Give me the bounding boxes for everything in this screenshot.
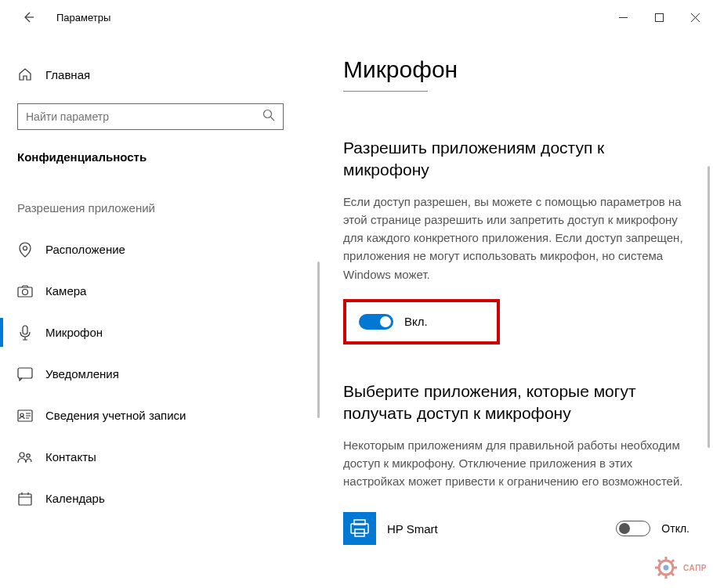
- sidebar-item-contacts[interactable]: Контакты: [0, 436, 321, 478]
- sidebar-subsection: Разрешения приложений: [17, 201, 321, 215]
- sidebar-item-calendar[interactable]: Календарь: [0, 478, 321, 519]
- sidebar-item-label: Сведения учетной записи: [45, 409, 186, 422]
- section1-body: Если доступ разрешен, вы можете с помощь…: [343, 193, 689, 283]
- svg-point-1: [264, 110, 272, 118]
- search-icon: [262, 109, 275, 124]
- window-title: Параметры: [56, 12, 110, 23]
- svg-point-8: [20, 413, 24, 417]
- minimize-button[interactable]: [605, 5, 641, 30]
- section2-body: Некоторым приложениям для правильной раб…: [343, 436, 689, 491]
- nav-home[interactable]: Главная: [17, 58, 321, 91]
- home-icon: [17, 67, 33, 81]
- sidebar-item-label: Расположение: [45, 243, 125, 256]
- close-icon: [691, 13, 700, 22]
- watermark: САПР: [652, 554, 707, 582]
- sidebar-item-notifications[interactable]: Уведомления: [0, 353, 321, 395]
- watermark-text: САПР: [683, 564, 707, 572]
- app-row: HP Smart Откл.: [343, 512, 689, 545]
- window-controls: [605, 5, 713, 30]
- hp-smart-icon: [343, 512, 376, 545]
- svg-point-4: [23, 289, 28, 294]
- app-name: HP Smart: [387, 522, 605, 536]
- sidebar-item-label: Уведомления: [45, 367, 119, 381]
- main-scrollbar[interactable]: [708, 166, 710, 448]
- sidebar: Главная Конфиденциальность Разрешения пр…: [0, 34, 321, 588]
- search-box[interactable]: [17, 103, 284, 130]
- account-info-icon: [17, 409, 33, 422]
- titlebar: Параметры: [0, 0, 713, 34]
- svg-point-9: [20, 453, 24, 457]
- sidebar-scrollbar[interactable]: [317, 262, 320, 418]
- sidebar-item-label: Контакты: [45, 450, 96, 464]
- svg-rect-0: [655, 13, 663, 21]
- maximize-button[interactable]: [641, 5, 677, 30]
- toggle-knob: [619, 523, 630, 534]
- sidebar-item-label: Камера: [45, 284, 86, 298]
- app-toggle-label: Откл.: [661, 522, 689, 535]
- app-toggle-wrap: Откл.: [616, 521, 689, 536]
- sidebar-item-microphone[interactable]: Микрофон: [0, 312, 321, 353]
- section2-heading: Выберите приложения, которые могут получ…: [343, 381, 689, 425]
- gear-watermark-icon: [652, 554, 680, 582]
- svg-rect-11: [19, 494, 31, 505]
- minimize-icon: [619, 13, 628, 22]
- back-button[interactable]: [13, 2, 44, 33]
- sidebar-item-camera[interactable]: Камера: [0, 270, 321, 312]
- svg-rect-3: [18, 287, 32, 297]
- sidebar-item-account-info[interactable]: Сведения учетной записи: [0, 395, 321, 436]
- svg-rect-6: [18, 368, 32, 378]
- close-button[interactable]: [677, 5, 713, 30]
- svg-rect-12: [351, 524, 368, 533]
- nav-list: Расположение Камера Микрофон Уведомления: [0, 229, 321, 519]
- sidebar-item-label: Микрофон: [45, 326, 103, 339]
- notifications-icon: [17, 367, 33, 381]
- content: Главная Конфиденциальность Разрешения пр…: [0, 34, 713, 588]
- highlight-box: Вкл.: [343, 299, 500, 345]
- allow-apps-toggle[interactable]: [359, 314, 393, 330]
- sidebar-section-title: Конфиденциальность: [17, 150, 321, 164]
- svg-rect-5: [23, 326, 27, 334]
- nav-home-label: Главная: [45, 68, 90, 81]
- microphone-icon: [17, 325, 33, 341]
- calendar-icon: [17, 492, 33, 506]
- main-content: Микрофон Разрешить приложениям доступ к …: [321, 34, 713, 588]
- arrow-left-icon: [22, 11, 34, 23]
- toggle-knob: [380, 316, 391, 327]
- sidebar-item-location[interactable]: Расположение: [0, 229, 321, 270]
- camera-icon: [17, 285, 33, 298]
- contacts-icon: [17, 451, 33, 464]
- svg-point-2: [24, 246, 27, 250]
- svg-point-16: [664, 565, 669, 571]
- maximize-icon: [655, 13, 664, 22]
- sidebar-item-label: Календарь: [45, 492, 105, 505]
- location-icon: [17, 242, 33, 258]
- app-toggle[interactable]: [616, 521, 650, 536]
- title-underline: [343, 91, 428, 92]
- section1-heading: Разрешить приложениям доступ к микрофону: [343, 137, 689, 182]
- search-input[interactable]: [26, 110, 262, 123]
- page-title: Микрофон: [343, 56, 689, 89]
- allow-apps-toggle-label: Вкл.: [404, 315, 428, 328]
- svg-point-10: [27, 453, 30, 456]
